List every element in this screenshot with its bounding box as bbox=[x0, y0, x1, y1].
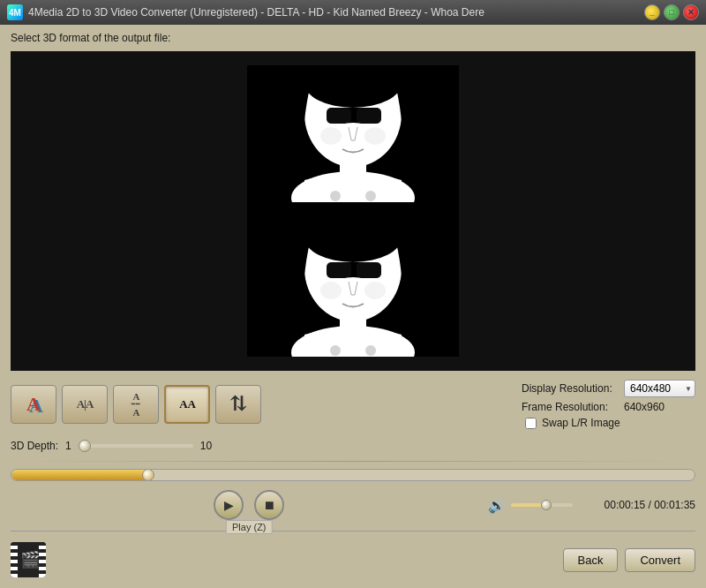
play-button[interactable]: ▶ bbox=[214, 490, 244, 520]
main-panel: Select 3D format of the output file: bbox=[0, 25, 706, 588]
back-button[interactable]: Back bbox=[563, 548, 619, 572]
film-icon: 🎬 bbox=[11, 542, 46, 577]
anaglyph-button[interactable]: A bbox=[11, 385, 56, 424]
play-tooltip: Play (Z) bbox=[226, 520, 273, 534]
svg-point-10 bbox=[320, 127, 342, 145]
window-controls: _ □ ✕ bbox=[644, 4, 699, 20]
interleaved-icon: A ━━ A bbox=[131, 392, 140, 418]
svg-point-26 bbox=[330, 345, 341, 356]
swap-row: Swap L/R Image bbox=[525, 417, 695, 429]
volume-slider[interactable] bbox=[511, 503, 573, 507]
maximize-button[interactable]: □ bbox=[664, 4, 680, 20]
separator-1 bbox=[11, 461, 695, 462]
svg-point-13 bbox=[365, 191, 376, 201]
title-bar: 4M 4Media 2D to 3D Video Converter (Unre… bbox=[0, 0, 706, 25]
window-title: 4Media 2D to 3D Video Converter (Unregis… bbox=[28, 6, 484, 19]
depth-row: 3D Depth: 1 10 bbox=[11, 438, 695, 454]
depth-min: 1 bbox=[65, 440, 71, 452]
stop-icon: ⏹ bbox=[263, 498, 275, 512]
frame-resolution-label: Frame Resolution: bbox=[522, 401, 619, 413]
swap-checkbox[interactable] bbox=[525, 418, 537, 429]
side-by-side-button[interactable]: A|A bbox=[62, 385, 108, 424]
svg-rect-18 bbox=[327, 262, 351, 278]
playback-right: 🔊 00:00:15 / 00:01:35 bbox=[488, 497, 695, 514]
side-by-side2-button[interactable]: A A bbox=[164, 385, 210, 424]
preview-top-frame bbox=[247, 65, 459, 202]
depth-max: 10 bbox=[200, 440, 212, 452]
svg-point-25 bbox=[364, 282, 386, 299]
play-icon: ▶ bbox=[224, 498, 234, 512]
minimize-button[interactable]: _ bbox=[644, 4, 660, 20]
playback-row: ▶ ⏹ Play (Z) 🔊 00:00:15 / 00:01:35 bbox=[11, 486, 695, 524]
volume-icon: 🔊 bbox=[488, 497, 506, 514]
progress-bar[interactable] bbox=[11, 469, 695, 481]
preview-bottom-frame bbox=[247, 220, 459, 357]
bottom-bar: 🎬 Back Convert bbox=[11, 539, 695, 581]
convert-button[interactable]: Convert bbox=[625, 548, 695, 572]
svg-rect-19 bbox=[357, 262, 381, 278]
progress-thumb bbox=[142, 469, 154, 481]
playback-center: ▶ ⏹ Play (Z) bbox=[11, 486, 488, 524]
resolution-panel: Display Resolution: 640x480 800x600 1024… bbox=[522, 380, 695, 429]
progress-bar-fill bbox=[11, 470, 148, 480]
sidebyside-icon: A|A bbox=[77, 397, 94, 411]
controls-row: A A|A A ━━ A A A ⇅ Display Resolution: bbox=[11, 376, 695, 433]
svg-point-12 bbox=[330, 191, 341, 201]
preview-gap bbox=[247, 202, 459, 220]
preview-area bbox=[11, 51, 695, 371]
sidebyside2-icon: A A bbox=[179, 397, 195, 411]
app-icon: 4M bbox=[7, 4, 23, 20]
anaglyph-icon: A bbox=[26, 393, 41, 416]
divider-bottom bbox=[11, 531, 695, 531]
frame-resolution-value: 640x960 bbox=[624, 401, 665, 413]
svg-rect-5 bbox=[357, 108, 381, 124]
page-flip-button[interactable]: ⇅ bbox=[215, 385, 261, 424]
close-button[interactable]: ✕ bbox=[683, 4, 699, 20]
depth-slider[interactable] bbox=[79, 444, 193, 448]
depth-label: 3D Depth: bbox=[11, 440, 58, 452]
frame-resolution-row: Frame Resolution: 640x960 bbox=[522, 401, 695, 413]
time-display: 00:00:15 / 00:01:35 bbox=[605, 499, 695, 511]
svg-point-24 bbox=[320, 282, 342, 299]
pageflip-icon: ⇅ bbox=[230, 393, 246, 416]
svg-rect-4 bbox=[327, 108, 351, 124]
display-resolution-select-wrapper: 640x480 800x600 1024x768 1280x720 bbox=[624, 380, 695, 397]
interleaved-button[interactable]: A ━━ A bbox=[113, 385, 159, 424]
format-label: Select 3D format of the output file: bbox=[11, 32, 695, 44]
svg-point-27 bbox=[365, 345, 376, 356]
svg-point-11 bbox=[364, 127, 386, 145]
swap-label: Swap L/R Image bbox=[542, 417, 620, 429]
stop-button[interactable]: ⏹ bbox=[254, 490, 284, 520]
preview-inner bbox=[247, 65, 459, 357]
display-resolution-select[interactable]: 640x480 800x600 1024x768 1280x720 bbox=[624, 380, 695, 397]
display-resolution-label: Display Resolution: bbox=[522, 382, 619, 395]
playback-buttons: ▶ ⏹ bbox=[214, 486, 284, 524]
display-resolution-row: Display Resolution: 640x480 800x600 1024… bbox=[522, 380, 695, 397]
